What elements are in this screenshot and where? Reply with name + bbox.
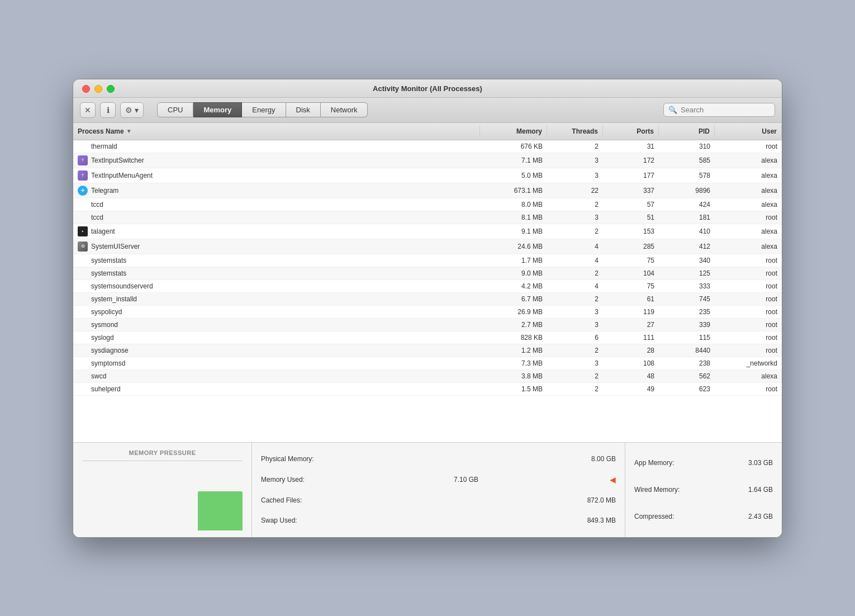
close-button[interactable]	[82, 85, 90, 93]
minimize-button[interactable]	[94, 85, 102, 93]
textinput-icon: T	[78, 155, 88, 165]
telegram-icon: ✈	[78, 186, 88, 196]
cell-user: root	[715, 319, 782, 331]
cell-memory: 2.7 MB	[480, 319, 547, 331]
col-ports[interactable]: Ports	[603, 125, 659, 138]
tab-network[interactable]: Network	[321, 102, 368, 117]
process-name: tccd	[91, 214, 103, 221]
cell-ports: 48	[603, 370, 659, 382]
table-row[interactable]: ▪ talagent 9.1 MB 2 153 410 alexa	[73, 224, 782, 239]
cell-name: tccd	[73, 198, 480, 211]
table-row[interactable]: system_installd 6.7 MB 2 61 745 root	[73, 293, 782, 306]
cell-name: sysmond	[73, 319, 480, 331]
col-memory[interactable]: Memory	[480, 125, 547, 138]
table-row[interactable]: ⚙ SystemUIServer 24.6 MB 4 285 412 alexa	[73, 239, 782, 254]
table-row[interactable]: symptomsd 7.3 MB 3 108 238 _networkd	[73, 357, 782, 370]
traffic-lights	[82, 85, 115, 93]
stat-cached-files: Cached Files: 872.0 MB	[261, 495, 616, 505]
table-row[interactable]: thermald 676 KB 2 31 310 root	[73, 140, 782, 153]
breakdown-compressed: Compressed: 2.43 GB	[634, 513, 773, 520]
stop-button[interactable]: ✕	[80, 102, 96, 118]
window-title: Activity Monitor (All Processes)	[373, 84, 482, 93]
table-row[interactable]: systemstats 1.7 MB 4 75 340 root	[73, 254, 782, 267]
process-name: swcd	[91, 372, 106, 380]
cell-ports: 57	[603, 198, 659, 211]
table-row[interactable]: T TextInputSwitcher 7.1 MB 3 172 585 ale…	[73, 153, 782, 168]
cell-threads: 3	[547, 306, 603, 318]
info-button[interactable]: ℹ	[100, 102, 116, 118]
table-row[interactable]: swcd 3.8 MB 2 48 562 alexa	[73, 370, 782, 383]
gear-icon: ⚙ ▾	[125, 106, 139, 115]
cell-memory: 24.6 MB	[480, 239, 547, 254]
tab-energy[interactable]: Energy	[242, 102, 286, 117]
cell-memory: 26.9 MB	[480, 306, 547, 318]
search-icon: 🔍	[668, 106, 677, 114]
stat-memory-used: Memory Used: 7.10 GB ◀	[261, 474, 616, 485]
process-name: TextInputSwitcher	[91, 157, 144, 164]
cell-pid: 9896	[659, 183, 715, 198]
col-pid[interactable]: PID	[659, 125, 715, 138]
table-row[interactable]: T TextInputMenuAgent 5.0 MB 3 177 578 al…	[73, 168, 782, 183]
cell-user: root	[715, 344, 782, 357]
memory-breakdown-section: App Memory: 3.03 GB Wired Memory: 1.64 G…	[625, 443, 782, 537]
process-name: system_installd	[91, 295, 137, 303]
col-user[interactable]: User	[715, 125, 782, 138]
cell-pid: 562	[659, 370, 715, 382]
breakdown-app-memory: App Memory: 3.03 GB	[634, 459, 773, 467]
cell-pid: 340	[659, 254, 715, 267]
cell-user: alexa	[715, 239, 782, 254]
maximize-button[interactable]	[107, 85, 115, 93]
process-name: SystemUIServer	[91, 243, 140, 250]
cell-ports: 108	[603, 357, 659, 369]
cell-memory: 1.5 MB	[480, 383, 547, 395]
tab-disk[interactable]: Disk	[286, 102, 321, 117]
table-row[interactable]: suhelperd 1.5 MB 2 49 623 root	[73, 383, 782, 396]
cell-ports: 61	[603, 293, 659, 305]
cell-memory: 8.0 MB	[480, 198, 547, 211]
table-row[interactable]: sysmond 2.7 MB 3 27 339 root	[73, 319, 782, 331]
cell-threads: 6	[547, 331, 603, 344]
cell-threads: 2	[547, 344, 603, 357]
cell-pid: 235	[659, 306, 715, 318]
breakdown-wired-memory: Wired Memory: 1.64 GB	[634, 486, 773, 494]
cell-user: root	[715, 383, 782, 395]
cell-memory: 3.8 MB	[480, 370, 547, 382]
cell-ports: 104	[603, 267, 659, 279]
cell-user: root	[715, 267, 782, 279]
cell-name: system_installd	[73, 293, 480, 305]
memory-pressure-title: MEMORY PRESSURE	[129, 449, 196, 456]
table-row[interactable]: systemsoundserverd 4.2 MB 4 75 333 root	[73, 280, 782, 293]
col-threads[interactable]: Threads	[547, 125, 603, 138]
cell-memory: 828 KB	[480, 331, 547, 344]
cell-memory: 6.7 MB	[480, 293, 547, 305]
col-process-name[interactable]: Process Name ▼	[73, 125, 480, 138]
cell-pid: 745	[659, 293, 715, 305]
pressure-chart	[82, 466, 243, 530]
cell-threads: 4	[547, 254, 603, 267]
search-box[interactable]: 🔍	[663, 103, 775, 117]
search-input[interactable]	[681, 106, 770, 114]
cell-ports: 31	[603, 140, 659, 153]
table-row[interactable]: tccd 8.1 MB 3 51 181 root	[73, 211, 782, 224]
process-name: sysdiagnose	[91, 347, 129, 354]
action-button[interactable]: ⚙ ▾	[120, 102, 144, 118]
table-row[interactable]: syspolicyd 26.9 MB 3 119 235 root	[73, 306, 782, 319]
tab-memory[interactable]: Memory	[193, 102, 242, 117]
table-row[interactable]: systemstats 9.0 MB 2 104 125 root	[73, 267, 782, 280]
process-name: systemstats	[91, 257, 126, 264]
table-row[interactable]: syslogd 828 KB 6 111 115 root	[73, 331, 782, 344]
cell-pid: 339	[659, 319, 715, 331]
cell-threads: 4	[547, 280, 603, 292]
table-row[interactable]: sysdiagnose 1.2 MB 2 28 8440 root	[73, 344, 782, 357]
cell-name: syspolicyd	[73, 306, 480, 318]
tab-group: CPU Memory Energy Disk Network	[157, 102, 368, 117]
table-row[interactable]: tccd 8.0 MB 2 57 424 alexa	[73, 198, 782, 211]
cell-ports: 111	[603, 331, 659, 344]
pressure-divider	[82, 461, 243, 461]
cell-memory: 1.2 MB	[480, 344, 547, 357]
table-row[interactable]: ✈ Telegram 673.1 MB 22 337 9896 alexa	[73, 183, 782, 198]
tab-cpu[interactable]: CPU	[157, 102, 193, 117]
cell-name: tccd	[73, 211, 480, 224]
info-icon: ℹ	[107, 106, 110, 115]
memory-stats-section: Physical Memory: 8.00 GB Memory Used: 7.…	[252, 443, 625, 537]
